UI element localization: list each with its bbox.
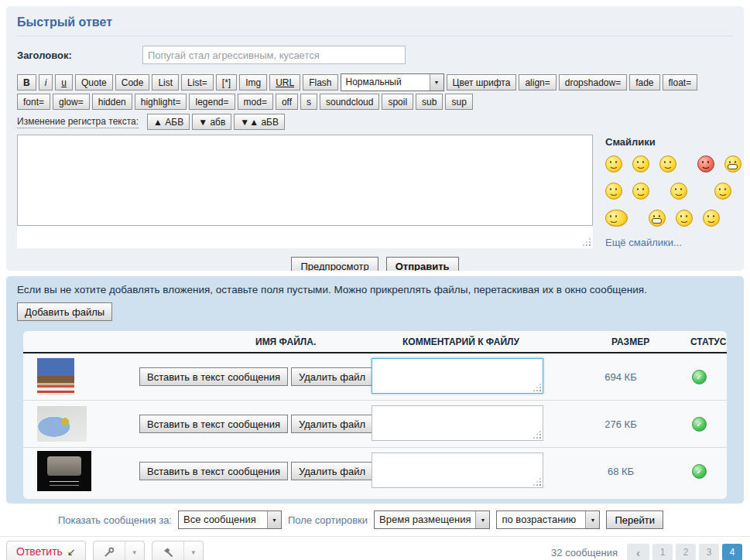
highlight-button[interactable]: highlight= bbox=[135, 94, 187, 110]
hidden-button[interactable]: hidden bbox=[92, 94, 132, 110]
status-ok-icon: ✓ bbox=[692, 464, 707, 479]
file-comment-input[interactable] bbox=[372, 405, 543, 441]
smiley-laugh-icon[interactable] bbox=[605, 210, 628, 227]
delete-file-button[interactable]: Удалить файл bbox=[291, 462, 373, 480]
font-style-select[interactable]: Нормальный ▼ bbox=[341, 73, 444, 91]
img-button[interactable]: Img bbox=[239, 74, 267, 90]
lowercase-button[interactable]: ▼ абв bbox=[192, 114, 231, 130]
more-smilies-link[interactable]: Ещё смайлики... bbox=[605, 237, 682, 248]
smiley-smirk-icon[interactable] bbox=[670, 183, 687, 200]
subject-input[interactable] bbox=[142, 46, 406, 64]
page-button-3[interactable]: 3 bbox=[699, 544, 719, 560]
sort-order-select[interactable]: по возрастанию ▼ bbox=[496, 510, 600, 529]
file-size: 68 КБ bbox=[570, 466, 672, 477]
resize-grip-icon[interactable] bbox=[589, 244, 591, 246]
quick-reply-actions: Предпросмотр Отправить bbox=[17, 257, 733, 271]
show-messages-select[interactable]: Все сообщения ▼ bbox=[178, 510, 282, 529]
smiley-happy-icon[interactable] bbox=[714, 183, 731, 200]
page-button-2[interactable]: 2 bbox=[676, 544, 696, 560]
col-comment: КОММЕНТАРИЙ К ФАЙЛУ bbox=[402, 336, 519, 347]
subject-label: Заголовок: bbox=[17, 50, 142, 61]
reply-arrow-icon: ↙ bbox=[67, 546, 76, 558]
caret-down-icon[interactable]: ▾ bbox=[183, 541, 203, 560]
col-status: СТАТУС bbox=[690, 336, 726, 347]
font-button[interactable]: font= bbox=[17, 94, 50, 110]
attachment-row: Вставить в текст сообщения Удалить файл … bbox=[23, 353, 727, 401]
insert-into-message-button[interactable]: Вставить в текст сообщения bbox=[139, 367, 288, 386]
smiley-thumbs-up-icon[interactable] bbox=[632, 183, 649, 200]
panel-title: Быстрый ответ bbox=[17, 15, 733, 29]
smiley-shocked-icon[interactable] bbox=[605, 183, 622, 200]
url-button[interactable]: URL bbox=[269, 74, 300, 90]
bold-button[interactable]: B bbox=[17, 74, 36, 90]
hammer-icon[interactable] bbox=[152, 541, 183, 560]
glow-button[interactable]: glow= bbox=[53, 94, 90, 110]
list-button[interactable]: List bbox=[152, 74, 179, 90]
reply-button[interactable]: Ответить ↙ bbox=[6, 541, 86, 560]
align-button[interactable]: align= bbox=[519, 74, 556, 90]
dropshadow-button[interactable]: dropshadow= bbox=[559, 74, 627, 90]
code-button[interactable]: Code bbox=[115, 74, 150, 90]
chevron-down-icon: ▼ bbox=[475, 511, 489, 528]
wrench-icon[interactable] bbox=[94, 541, 125, 560]
delete-file-button[interactable]: Удалить файл bbox=[291, 367, 373, 386]
add-files-button[interactable]: Добавить файлы bbox=[17, 302, 112, 321]
submit-button[interactable]: Отправить bbox=[386, 257, 459, 271]
message-textarea[interactable] bbox=[17, 135, 593, 226]
chevron-down-icon: ▼ bbox=[585, 511, 599, 528]
list-item-button[interactable]: [*] bbox=[216, 74, 237, 90]
text-case-label: Изменение регистра текста: bbox=[17, 116, 139, 128]
togglecase-button[interactable]: ▼▲ аБВ bbox=[234, 114, 285, 130]
smiley-shy-icon[interactable] bbox=[676, 210, 693, 227]
messages-filter-bar: Показать сообщения за: Все сообщения ▼ П… bbox=[0, 504, 750, 537]
underline-button[interactable]: u bbox=[55, 74, 73, 90]
preview-button[interactable]: Предпросмотр bbox=[291, 257, 378, 271]
chevron-left-icon[interactable]: ‹ bbox=[627, 544, 649, 560]
chevron-down-icon: ▼ bbox=[430, 74, 443, 90]
delete-file-button[interactable]: Удалить файл bbox=[291, 415, 373, 433]
legend-button[interactable]: legend= bbox=[189, 94, 235, 110]
soundcloud-button[interactable]: soundcloud bbox=[320, 94, 379, 110]
smiley-grin-icon[interactable] bbox=[724, 155, 741, 172]
smiley-wink-icon[interactable] bbox=[659, 155, 676, 172]
smiley-blush-icon[interactable] bbox=[697, 155, 714, 172]
message-textarea-wrap bbox=[17, 135, 593, 248]
attachment-thumbnail[interactable] bbox=[37, 406, 87, 442]
smiley-wave-icon[interactable] bbox=[703, 210, 720, 227]
list-eq-button[interactable]: List= bbox=[181, 74, 214, 90]
smiley-cheer-icon[interactable] bbox=[649, 210, 666, 227]
resize-grip-icon[interactable] bbox=[539, 437, 541, 439]
mod-button[interactable]: mod= bbox=[238, 94, 273, 110]
fade-button[interactable]: fade bbox=[629, 74, 659, 90]
page-button-4-active[interactable]: 4 bbox=[722, 544, 742, 560]
float-button[interactable]: float= bbox=[663, 74, 698, 90]
file-comment-input[interactable] bbox=[372, 358, 543, 394]
spoil-button[interactable]: spoil bbox=[382, 94, 413, 110]
smiley-smile-icon[interactable] bbox=[605, 155, 622, 172]
divider bbox=[17, 36, 733, 36]
font-color-button[interactable]: Цвет шрифта bbox=[447, 74, 517, 90]
quote-button[interactable]: Quote bbox=[75, 74, 113, 90]
page-button-1[interactable]: 1 bbox=[652, 544, 673, 560]
resize-grip-icon[interactable] bbox=[539, 484, 541, 486]
insert-into-message-button[interactable]: Вставить в текст сообщения bbox=[139, 462, 288, 480]
smiley-sad-icon[interactable] bbox=[632, 155, 649, 172]
editor-area: Смайлики bbox=[17, 135, 733, 248]
attachment-row: Вставить в текст сообщения Удалить файл … bbox=[23, 448, 727, 494]
flash-button[interactable]: Flash bbox=[303, 74, 337, 90]
uppercase-button[interactable]: ▲ АБВ bbox=[147, 114, 190, 130]
attachment-thumbnail[interactable] bbox=[37, 358, 74, 395]
resize-grip-icon[interactable] bbox=[539, 390, 541, 391]
file-comment-input[interactable] bbox=[372, 452, 543, 488]
go-button[interactable]: Перейти bbox=[606, 510, 663, 529]
sub-button[interactable]: sub bbox=[416, 94, 443, 110]
sup-button[interactable]: sup bbox=[445, 94, 472, 110]
off-button[interactable]: off bbox=[276, 94, 298, 110]
strike-button[interactable]: s bbox=[300, 94, 317, 110]
admin-actions-split-button: ▾ bbox=[152, 541, 204, 560]
italic-button[interactable]: i bbox=[39, 74, 53, 90]
attachment-thumbnail[interactable] bbox=[37, 451, 91, 491]
caret-down-icon[interactable]: ▾ bbox=[125, 541, 144, 560]
insert-into-message-button[interactable]: Вставить в текст сообщения bbox=[139, 415, 288, 433]
sort-field-select[interactable]: Время размещения ▼ bbox=[374, 510, 490, 529]
